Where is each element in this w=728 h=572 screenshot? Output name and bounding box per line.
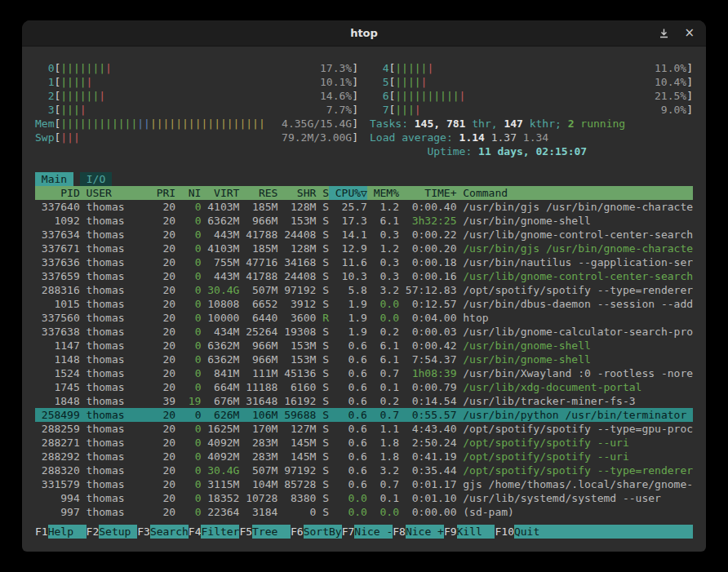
cell-virt: 10000 (201, 311, 239, 325)
process-row-997[interactable]: 997thomas2002236431840S0.00.00:00.00(sd-… (35, 505, 693, 519)
meters-area: 0[||||||||17.3%]1[|||||10.1%]2[|||||||14… (35, 61, 693, 158)
cell-user: thomas (80, 228, 150, 242)
fkey-F6[interactable]: F6SortBy (291, 525, 342, 539)
process-row-1092[interactable]: 1092thomas2006362M966M153MS17.36.13h32:2… (35, 214, 693, 228)
cell-cpu: 0.6 (329, 353, 367, 366)
cell-s: R (316, 311, 329, 325)
cpu-meter-6: 6[|||||||||||21.5%] (370, 89, 693, 103)
column-header-virt[interactable]: VIRT (201, 186, 239, 200)
blank-line (35, 158, 693, 172)
cell-pid: 1848 (35, 394, 80, 408)
cell-pid: 1745 (35, 380, 80, 394)
cell-cpu: 0.6 (329, 422, 367, 436)
cell-shr: 34168 (277, 255, 316, 269)
close-button[interactable]: × (684, 27, 695, 39)
cell-s: S (316, 491, 329, 505)
cell-mem: 0.3 (367, 255, 399, 269)
fkey-F10[interactable]: F10Quit (495, 525, 693, 539)
cell-cmd: /usr/bin/Xwayland :0 -rootless -nores (456, 366, 693, 380)
cell-shr: 97192 (277, 283, 316, 297)
column-header-shr[interactable]: SHR (277, 186, 316, 200)
process-row-288259[interactable]: 288259thomas2001625M170M127MS0.61.14:43.… (35, 422, 693, 436)
column-header-mem[interactable]: MEM% (367, 186, 399, 200)
process-row-337636[interactable]: 337636thomas200755M4771634168S11.60.30:0… (35, 255, 693, 269)
process-row-337638[interactable]: 337638thomas200434M2526419308S1.90.20:00… (35, 325, 693, 339)
process-row-258499[interactable]: 258499thomas200626M106M59688S0.60.70:55.… (35, 408, 693, 422)
cell-res: 966M (239, 353, 277, 366)
process-row-288320[interactable]: 288320thomas20030.4G507M97192S0.63.20:35… (35, 463, 693, 477)
process-row-337671[interactable]: 337671thomas2004103M185M128MS12.91.20:00… (35, 242, 693, 255)
tab-io[interactable]: I/O (80, 172, 112, 186)
column-header-s[interactable]: S (316, 186, 329, 200)
column-header-pid[interactable]: PID (35, 186, 80, 200)
fkey-F4-key: F4 (189, 525, 202, 539)
process-row-288316[interactable]: 288316thomas20030.4G507M97192S5.83.257:1… (35, 283, 693, 297)
cpu-meter-5-bar: |||||10.4% (395, 75, 686, 89)
fkey-F2[interactable]: F2Setup (87, 525, 138, 539)
cell-virt: 4092M (201, 436, 239, 450)
cell-shr: 85728 (277, 477, 316, 491)
column-header-user[interactable]: USER (80, 186, 150, 200)
fkey-F9[interactable]: F9Kill (444, 525, 495, 539)
process-row-1524[interactable]: 1524thomas200841M111M45136S0.60.71h08:39… (35, 366, 693, 380)
fkey-F9-key: F9 (444, 525, 457, 539)
process-row-994[interactable]: 994thomas20018352107288380S0.00.10:01.10… (35, 491, 693, 505)
cell-res: 185M (239, 242, 277, 255)
cell-time: 0:00.18 (399, 255, 456, 269)
cell-virt: 443M (201, 228, 239, 242)
cell-time: 0:01.10 (399, 491, 456, 505)
process-row-337560[interactable]: 337560thomas2001000064403600R1.90.00:04.… (35, 311, 693, 325)
cell-user: thomas (80, 200, 150, 214)
process-row-1147[interactable]: 1147thomas2006362M966M153MS0.66.10:00.42… (35, 339, 693, 353)
column-header-cpu[interactable]: CPU%▽ (329, 186, 367, 200)
cpu-meter-7: 7[||||9.0%] (370, 103, 693, 117)
process-row-1848[interactable]: 1848thomas3919676M3164816192S0.60.20:14.… (35, 394, 693, 408)
fkey-F8[interactable]: F8Nice + (393, 525, 444, 539)
column-header-pri[interactable]: PRI (150, 186, 175, 200)
cell-s: S (316, 353, 329, 366)
process-row-1148[interactable]: 1148thomas2006362M966M153MS0.66.17:54.37… (35, 353, 693, 366)
process-row-331579[interactable]: 331579thomas2003115M104M85728S0.60.70:01… (35, 477, 693, 491)
download-icon[interactable] (659, 28, 669, 38)
process-row-337659[interactable]: 337659thomas200443M4178824408S10.30.30:0… (35, 269, 693, 283)
titlebar[interactable]: htop × (22, 20, 706, 47)
fkey-F4-label: Filter (201, 525, 239, 539)
fkey-F7[interactable]: F7Nice - (342, 525, 393, 539)
tab-main[interactable]: Main (35, 172, 73, 186)
cell-ni: 0 (175, 228, 201, 242)
cell-cpu: 0.6 (329, 408, 367, 422)
cell-pri: 20 (150, 380, 175, 394)
cell-time: 0:00.00 (399, 505, 456, 519)
cell-pid: 1015 (35, 297, 80, 311)
cell-mem: 0.7 (367, 366, 399, 380)
process-row-337640[interactable]: 337640thomas2004103M185M128MS25.71.20:00… (35, 200, 693, 214)
fkey-F4[interactable]: F4Filter (189, 525, 240, 539)
process-row-288271[interactable]: 288271thomas2004092M283M145MS0.61.82:50.… (35, 436, 693, 450)
cell-user: thomas (80, 269, 150, 283)
cell-cpu: 1.9 (329, 311, 367, 325)
column-header-time[interactable]: TIME+ (399, 186, 456, 200)
cell-cmd: /usr/lib/gnome-control-center-search- (456, 228, 693, 242)
cpu-meter-5: 5[|||||10.4%] (370, 75, 693, 89)
cell-virt: 4103M (201, 242, 239, 255)
fkey-F1[interactable]: F1Help (35, 525, 87, 539)
process-row-288292[interactable]: 288292thomas2004092M283M145MS0.61.80:41.… (35, 450, 693, 463)
cell-res: 6440 (239, 311, 277, 325)
process-row-1745[interactable]: 1745thomas200664M111886160S0.60.10:00.79… (35, 380, 693, 394)
cell-ni: 0 (175, 325, 201, 339)
column-header-ni[interactable]: NI (175, 186, 201, 200)
column-header-cmd[interactable]: Command (456, 186, 693, 200)
cell-ni: 0 (175, 408, 201, 422)
column-header-res[interactable]: RES (239, 186, 277, 200)
cell-cpu: 0.0 (329, 491, 367, 505)
cell-shr: 127M (277, 422, 316, 436)
fkey-F3[interactable]: F3Search (137, 525, 189, 539)
load-average-line: Load average: 1.14 1.37 1.34 (370, 131, 693, 144)
process-row-1015[interactable]: 1015thomas2001080866523912S1.90.00:12.57… (35, 297, 693, 311)
fkey-F6-label: SortBy (304, 525, 342, 539)
process-row-337634[interactable]: 337634thomas200443M4178824408S14.10.30:0… (35, 228, 693, 242)
cell-virt: 3115M (201, 477, 239, 491)
cell-ni: 0 (175, 380, 201, 394)
fkey-F10-label: Quit (514, 525, 693, 539)
fkey-F5[interactable]: F5Tree (239, 525, 291, 539)
